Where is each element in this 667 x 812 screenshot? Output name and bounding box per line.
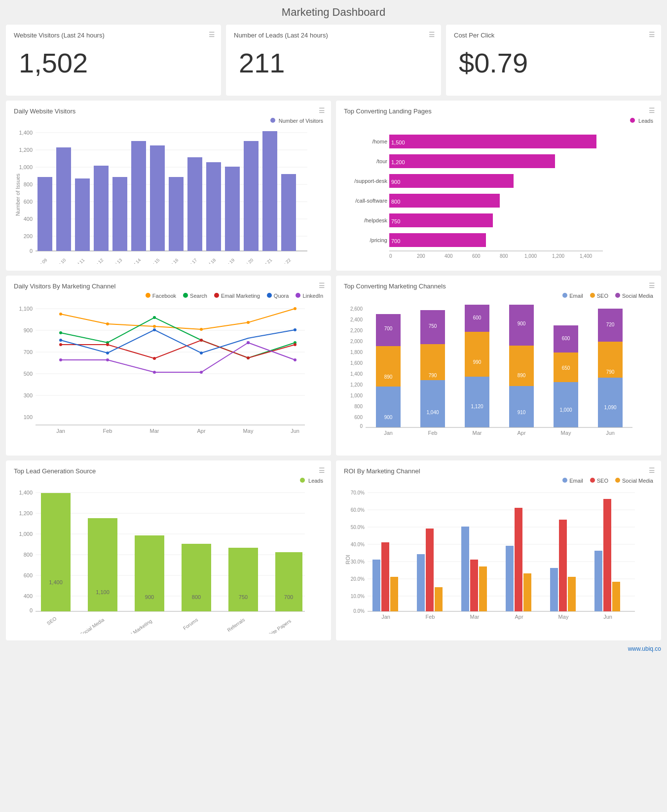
top-channels-title: Top Converting Marketing Channels — [344, 282, 653, 290]
legend-seo-ch: SEO — [590, 293, 608, 299]
svg-rect-234 — [506, 546, 514, 611]
svg-rect-192 — [88, 518, 117, 611]
svg-point-115 — [59, 358, 62, 361]
svg-text:White Papers: White Papers — [264, 618, 292, 634]
svg-text:Fri 13: Fri 13 — [111, 257, 123, 264]
svg-text:2,200: 2,200 — [350, 328, 363, 333]
svg-point-93 — [153, 325, 156, 328]
svg-point-107 — [247, 356, 250, 359]
top-channels-menu[interactable]: ☰ — [649, 282, 655, 289]
svg-text:200: 200 — [24, 233, 33, 239]
lead-sources-chart: 1,400 1,200 1,000 800 600 400 0 1,400 1,… — [14, 486, 310, 634]
svg-text:1,100: 1,100 — [96, 589, 110, 595]
legend-email-ch: Email — [562, 293, 583, 299]
svg-text:720: 720 — [606, 322, 615, 327]
svg-text:Mon 09: Mon 09 — [34, 257, 48, 264]
row-2: Daily Website Visitors ☰ Number of Visit… — [6, 101, 661, 271]
svg-text:/call-software: /call-software — [355, 198, 387, 204]
svg-text:Tue 10: Tue 10 — [54, 257, 67, 264]
dashboard-title: Marketing Dashboard — [6, 6, 661, 19]
svg-text:1,120: 1,120 — [471, 404, 483, 409]
svg-text:20.0%: 20.0% — [351, 576, 365, 582]
svg-text:2,000: 2,000 — [350, 339, 363, 344]
channel-visitors-card: Daily Visitors By Marketing Channel ☰ Fa… — [6, 276, 331, 456]
svg-text:SEO: SEO — [46, 616, 58, 626]
svg-rect-198 — [228, 548, 258, 611]
svg-text:Jun: Jun — [606, 430, 615, 436]
svg-point-105 — [153, 357, 156, 360]
svg-point-118 — [200, 371, 203, 374]
svg-point-108 — [294, 343, 296, 346]
landing-pages-legend: Leads — [630, 118, 653, 124]
daily-visitors-legend: Number of Visitors — [270, 118, 323, 124]
svg-rect-24 — [169, 177, 184, 251]
svg-text:0: 0 — [389, 253, 392, 259]
svg-text:1,200: 1,200 — [19, 147, 33, 153]
channel-visitors-menu[interactable]: ☰ — [319, 282, 325, 289]
daily-visitors-card: Daily Website Visitors ☰ Number of Visit… — [6, 101, 331, 271]
svg-text:790: 790 — [429, 373, 437, 378]
svg-rect-151 — [509, 386, 534, 427]
roi-menu[interactable]: ☰ — [649, 466, 655, 474]
top-channels-card: Top Converting Marketing Channels ☰ Emai… — [336, 276, 661, 456]
svg-text:/tour: /tour — [376, 158, 387, 164]
lead-sources-menu[interactable]: ☰ — [319, 466, 325, 474]
svg-point-95 — [247, 321, 250, 324]
svg-text:1,000: 1,000 — [350, 393, 363, 398]
svg-text:400: 400 — [445, 253, 453, 259]
svg-text:1,800: 1,800 — [350, 350, 363, 355]
daily-visitors-title: Daily Website Visitors — [14, 107, 323, 115]
svg-text:Apr: Apr — [515, 614, 523, 620]
svg-text:Feb: Feb — [103, 428, 112, 434]
svg-text:600: 600 — [472, 253, 481, 259]
svg-text:10.0%: 10.0% — [351, 594, 365, 599]
svg-text:60.0%: 60.0% — [351, 507, 365, 513]
landing-pages-title: Top Converting Landing Pages — [344, 107, 653, 115]
svg-rect-52 — [389, 135, 596, 148]
svg-rect-22 — [131, 141, 146, 251]
svg-text:Mar 15: Mar 15 — [147, 257, 160, 264]
svg-text:1,400: 1,400 — [19, 130, 33, 136]
svg-rect-26 — [206, 162, 221, 251]
legend-seo-roi: SEO — [590, 478, 608, 484]
svg-text:Fri 20: Fri 20 — [243, 257, 254, 264]
landing-pages-menu[interactable]: ☰ — [649, 106, 655, 114]
svg-text:Mar 22: Mar 22 — [278, 257, 292, 264]
svg-rect-62 — [389, 233, 486, 247]
row-3: Daily Visitors By Marketing Channel ☰ Fa… — [6, 276, 661, 456]
svg-rect-30 — [281, 174, 296, 251]
svg-rect-133 — [376, 387, 401, 427]
kpi-card-leads: Number of Leads (Last 24 hours) ☰ 211 — [226, 25, 441, 96]
svg-text:/support-desk: /support-desk — [354, 178, 387, 184]
svg-point-110 — [106, 352, 109, 354]
svg-text:Feb: Feb — [426, 614, 435, 620]
kpi-cpc-value: $0.79 — [454, 42, 653, 89]
svg-rect-20 — [94, 166, 109, 251]
legend-quora: Quora — [267, 293, 289, 299]
svg-text:750: 750 — [391, 218, 400, 224]
svg-rect-134 — [376, 346, 401, 387]
svg-text:800: 800 — [192, 594, 201, 600]
svg-text:Referrals: Referrals — [226, 617, 246, 633]
kpi-leads-value: 211 — [234, 42, 433, 89]
svg-rect-235 — [515, 508, 522, 611]
svg-point-114 — [294, 328, 296, 331]
svg-text:70.0%: 70.0% — [351, 490, 365, 495]
svg-text:1,200: 1,200 — [391, 159, 405, 165]
svg-rect-29 — [262, 131, 277, 251]
kpi-leads-menu[interactable]: ☰ — [429, 31, 435, 38]
svg-text:May: May — [558, 614, 569, 620]
roi-card: ROI By Marketing Channel ☰ Email SEO Soc… — [336, 460, 661, 640]
daily-visitors-menu[interactable]: ☰ — [319, 106, 325, 114]
svg-text:Thu 12: Thu 12 — [91, 257, 104, 264]
legend-email: Email Marketing — [214, 293, 260, 299]
svg-text:50.0%: 50.0% — [351, 525, 365, 530]
svg-text:900: 900 — [518, 321, 526, 326]
kpi-cpc-menu[interactable]: ☰ — [649, 31, 655, 38]
svg-text:Mar: Mar — [473, 430, 482, 436]
svg-text:900: 900 — [384, 415, 393, 420]
kpi-visitors-menu[interactable]: ☰ — [209, 31, 215, 38]
svg-text:1,000: 1,000 — [524, 253, 537, 259]
svg-rect-18 — [56, 147, 71, 251]
svg-text:1,200: 1,200 — [552, 253, 564, 259]
